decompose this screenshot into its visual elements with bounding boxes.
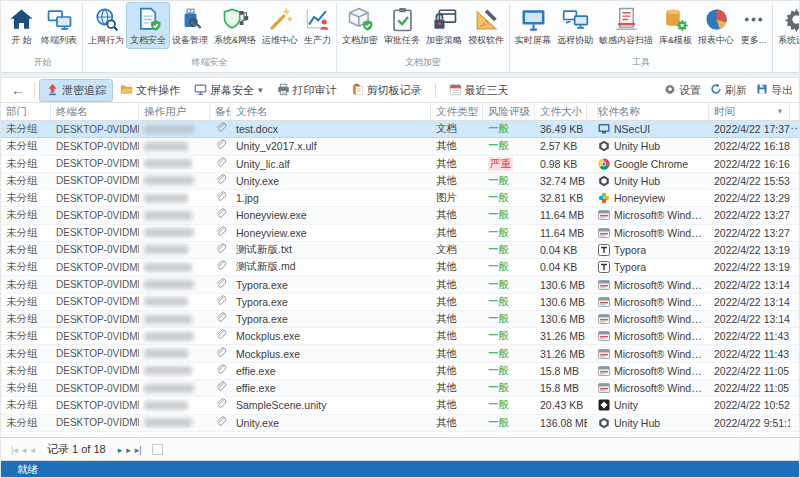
column-header-备份[interactable]: 备份 (210, 103, 231, 120)
table-row[interactable]: 未分组DESKTOP-0VIDMDJUnity.exe其他一般136.08 MB… (1, 415, 799, 432)
toolbar-right-导出[interactable]: 导出 (756, 83, 793, 98)
column-header-文件类型[interactable]: 文件类型 (431, 103, 483, 120)
row-risk-rating: 一般 (483, 397, 535, 413)
table-row[interactable]: 未分组DESKTOP-0VIDMDJMockplus.exe其他一般31.26 … (1, 345, 799, 362)
ribbon-button-运维中心[interactable]: 运维中心 (259, 3, 301, 48)
ribbon-button-开-始[interactable]: 开 始 (5, 3, 38, 48)
table-row[interactable]: 未分组DESKTOP-0VIDMDJUnity_v2017.x.ulf其他一般2… (1, 138, 799, 155)
ribbon-button-上网行为[interactable]: 上网行为 (85, 3, 127, 48)
ribbon-button-远程协助[interactable]: 远程协助 (554, 3, 596, 48)
pager-prev-button-0[interactable]: |◂ (9, 444, 20, 456)
table-row[interactable]: 未分组DESKTOP-0VIDMDJTypora.exe其他一般130.6 MB… (1, 276, 799, 293)
table-row[interactable]: 未分组DESKTOP-0VIDMDJHoneyview.exe其他一般11.64… (1, 225, 799, 242)
table-row[interactable]: 未分组DESKTOP-0VIDMDJ测试新版.md其他一般0.04 KBTypo… (1, 259, 799, 276)
column-header-文件名[interactable]: 文件名 (231, 103, 431, 120)
risk-badge: 一般 (488, 416, 509, 430)
ribbon-button-设备管理[interactable]: 设备管理 (169, 3, 211, 48)
ribbon-button-实时屏幕[interactable]: 实时屏幕 (512, 3, 554, 48)
backup-cell[interactable] (210, 380, 231, 396)
table-row[interactable]: 未分组DESKTOP-0VIDMDJHoneyview.exe其他一般11.64… (1, 207, 799, 224)
table-row[interactable]: 未分组DESKTOP-0VIDMDJ测试新版.txt文档一般0.04 KBTyp… (1, 242, 799, 259)
pager-prev-button-2[interactable]: ◂ (28, 444, 37, 456)
column-header-操作用户[interactable]: 操作用户 (139, 103, 210, 120)
row-file-size: 136.08 MB (535, 415, 587, 431)
toolbar-item-文件操作[interactable]: 文件操作 (114, 80, 186, 101)
backup-cell[interactable] (210, 363, 231, 379)
table-row[interactable]: 未分组DESKTOP-0VIDMDJMockplus.exe其他一般31.26 … (1, 328, 799, 345)
ribbon-button-系统-网络[interactable]: 系统&网络 (211, 3, 259, 48)
column-header-部门[interactable]: 部门 (1, 103, 51, 120)
ribbon-button-更多-[interactable]: 更多... (737, 3, 770, 48)
row-actions-button[interactable]: ··· (790, 121, 799, 137)
backup-cell[interactable] (210, 276, 231, 292)
backup-cell[interactable] (210, 225, 231, 241)
table-row[interactable]: 未分组DESKTOP-0VIDMDJ1.jpg图片一般32.81 KBHoney… (1, 190, 799, 207)
ribbon-button-终端列表[interactable]: 终端列表 (38, 3, 80, 48)
toolbar-right-设置[interactable]: 设置 (664, 83, 701, 98)
backup-cell[interactable] (210, 121, 231, 137)
toolbar-item-打印审计[interactable]: 打印审计 (271, 80, 343, 101)
ribbon-button-系统设置[interactable]: 系统设置 (775, 3, 799, 48)
table-row[interactable]: 未分组DESKTOP-0VIDMDJUnity_lic.alf其他严重0.98 … (1, 156, 799, 173)
backup-cell[interactable] (210, 190, 231, 206)
backup-cell[interactable] (210, 138, 231, 154)
pager-extra-button[interactable] (152, 444, 163, 455)
table-row[interactable]: 未分组DESKTOP-0VIDMDJSampleScene.unity其他一般2… (1, 397, 799, 414)
column-header-软件名称[interactable]: 软件名称 (593, 103, 709, 120)
filter-dropdown-icon[interactable]: ▼ (776, 107, 784, 116)
ribbon-group-label: 开始 (5, 55, 80, 72)
ribbon-button-敏感内容扫描[interactable]: 敏感内容扫描 (596, 3, 656, 48)
pager-next-button-1[interactable]: ▸ (124, 444, 133, 456)
table-row[interactable]: 未分组DESKTOP-0VIDMDJTypora.exe其他一般130.6 MB… (1, 294, 799, 311)
terminal-list-icon (46, 6, 73, 33)
toolbar-item-泄密追踪[interactable]: 泄密追踪 (40, 80, 112, 101)
backup-cell[interactable] (210, 259, 231, 275)
table-row[interactable]: 未分组DESKTOP-0VIDMDJeffie.exe其他一般15.8 MBMi… (1, 363, 799, 380)
table-row[interactable]: 未分组DESKTOP-0VIDMDJTypora.exe其他一般130.6 MB… (1, 311, 799, 328)
backup-cell[interactable] (210, 242, 231, 258)
toolbar-item-最近三天[interactable]: 最近三天 (443, 80, 515, 101)
ribbon-button-加密策略[interactable]: 加密策略 (423, 3, 465, 48)
backup-cell[interactable] (210, 397, 231, 413)
toolbar-item-屏幕安全[interactable]: 屏幕安全▾ (188, 80, 269, 101)
ribbon-button-审批任务[interactable]: 审批任务 (381, 3, 423, 48)
column-header-终端名[interactable]: 终端名 (51, 103, 139, 120)
pager-next-button-0[interactable]: ▸ (116, 444, 125, 456)
backup-cell[interactable] (210, 415, 231, 431)
back-button[interactable]: ← (7, 82, 29, 98)
table-row[interactable]: 未分组DESKTOP-0VIDMDJtest.docx文档一般36.49 KBN… (1, 121, 799, 138)
backup-cell[interactable] (210, 156, 231, 172)
row-time: 2022/4/22 11:05:45 (709, 363, 790, 379)
row-software-name: Microsoft® Windows® Oper... (593, 225, 709, 241)
backup-cell[interactable] (210, 294, 231, 310)
row-file-type: 其他 (431, 173, 483, 189)
column-header-风险评级[interactable]: 风险评级 (483, 103, 535, 120)
ribbon-button-文档加密[interactable]: 文档加密 (339, 3, 381, 48)
row-actions-button (790, 190, 799, 206)
column-header-时间[interactable]: 时间▼ (709, 103, 790, 120)
toolbar-item-剪切板记录[interactable]: 剪切板记录 (345, 80, 428, 101)
ribbon-button-库-模板[interactable]: 库&模板 (656, 3, 695, 48)
table-row[interactable]: 未分组DESKTOP-0VIDMDJeffie.exe其他一般15.8 MBMi… (1, 380, 799, 397)
redacted-user-blur (144, 176, 194, 185)
backup-cell[interactable] (210, 207, 231, 223)
column-header-文件大小[interactable]: 文件大小 (535, 103, 587, 120)
clipboard-check-icon (389, 6, 416, 33)
toolbar-right-刷新[interactable]: 刷新 (710, 83, 747, 98)
ribbon-button-报表中心[interactable]: 报表中心 (695, 3, 737, 48)
backup-cell[interactable] (210, 345, 231, 361)
pager-next-button-2[interactable]: ▸| (133, 444, 144, 456)
backup-cell[interactable] (210, 173, 231, 189)
ribbon-button-授权软件[interactable]: 授权软件 (465, 3, 507, 48)
backup-cell[interactable] (210, 328, 231, 344)
ribbon-button-生产力[interactable]: 生产力 (301, 3, 334, 48)
ribbon-button-文档安全[interactable]: 文档安全 (127, 3, 169, 48)
row-actions-button (790, 294, 799, 310)
row-terminal-name: DESKTOP-0VIDMDJ (51, 276, 139, 292)
backup-cell[interactable] (210, 311, 231, 327)
redacted-user-blur (144, 211, 192, 220)
column-header-blank-11[interactable] (790, 103, 800, 120)
row-file-type: 文档 (431, 121, 483, 137)
table-row[interactable]: 未分组DESKTOP-0VIDMDJUnity.exe其他一般32.74 MBU… (1, 173, 799, 190)
row-actions-button (790, 276, 799, 292)
